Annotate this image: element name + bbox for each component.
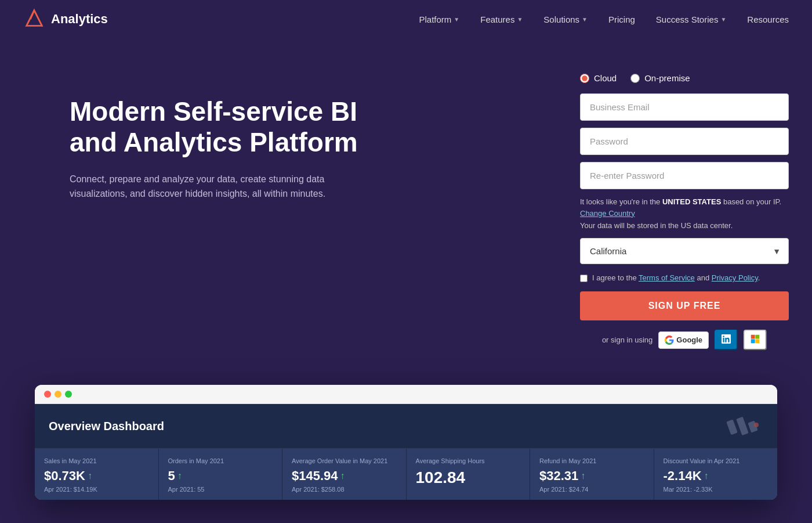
chevron-down-icon: ▼ — [720, 16, 726, 23]
svg-rect-4 — [751, 339, 755, 343]
terms-row: I agree to the Terms of Service and Priv… — [580, 273, 789, 282]
metric-discount: Discount Value in Apr 2021 -2.14K ↑ Mar … — [654, 449, 778, 500]
svg-rect-7 — [736, 417, 749, 435]
arrow-up-icon: ↑ — [340, 471, 345, 481]
metric-shipping-label: Average Shipping Hours — [416, 457, 521, 465]
metric-discount-value: -2.14K ↑ — [664, 468, 768, 484]
logo-text: Analytics — [51, 12, 108, 27]
terms-checkbox[interactable] — [580, 275, 588, 282]
metric-discount-sub: Mar 2021: -2.33K — [664, 486, 768, 493]
nav-solutions[interactable]: Solutions ▼ — [543, 15, 588, 24]
metric-sales: Sales in May 2021 $0.73K ↑ Apr 2021: $14… — [35, 449, 159, 500]
nav-resources[interactable]: Resources — [747, 15, 789, 24]
hero-title: Modern Self-service BI and Analytics Pla… — [70, 96, 383, 158]
hero-left: Modern Self-service BI and Analytics Pla… — [70, 73, 545, 201]
social-signin-row: or sign in using Google — [580, 330, 789, 350]
email-field[interactable] — [580, 93, 789, 121]
navigation: Analytics Platform ▼ Features ▼ Solution… — [0, 0, 812, 38]
reenter-password-field[interactable] — [580, 162, 789, 189]
metric-shipping-value: 102.84 — [416, 468, 521, 487]
nav-features[interactable]: Features ▼ — [480, 15, 523, 24]
google-signin-button[interactable]: Google — [658, 331, 709, 349]
metric-refund-sub: Apr 2021: $24.74 — [539, 486, 644, 493]
arrow-up-icon: ↑ — [704, 471, 709, 481]
microsoft-signin-button[interactable] — [744, 330, 767, 350]
hero-section: Modern Self-service BI and Analytics Pla… — [0, 38, 812, 373]
metric-sales-sub: Apr 2021: $14.19K — [44, 486, 149, 493]
chevron-down-icon: ▼ — [454, 16, 459, 23]
metric-refund-label: Refund in May 2021 — [539, 457, 644, 465]
onpremise-option[interactable]: On-premise — [630, 73, 690, 83]
state-select[interactable]: California New York Texas Florida Illino… — [580, 238, 789, 264]
metric-avg-order-label: Average Order Value in May 2021 — [292, 457, 397, 465]
browser-minimize-dot — [55, 391, 61, 398]
metric-orders-sub: Apr 2021: 55 — [168, 486, 273, 493]
browser-bar — [35, 385, 777, 404]
chevron-down-icon: ▼ — [582, 16, 588, 23]
dashboard-title: Overview Dashboard — [49, 420, 164, 433]
onpremise-radio[interactable] — [630, 74, 640, 83]
deployment-options: Cloud On-premise — [580, 73, 789, 83]
dashboard-inner: Overview Dashboard Sales in May 2021 $0.… — [35, 404, 777, 500]
arrow-up-icon: ↑ — [581, 471, 585, 481]
metrics-row: Sales in May 2021 $0.73K ↑ Apr 2021: $14… — [35, 449, 777, 500]
location-note: It looks like you're in the UNITED STATE… — [580, 196, 789, 219]
svg-line-1 — [30, 10, 34, 19]
nav-pricing[interactable]: Pricing — [608, 15, 635, 24]
google-icon — [665, 336, 674, 345]
metric-discount-label: Discount Value in Apr 2021 — [664, 457, 768, 465]
dashboard-logo-icon — [694, 414, 763, 438]
browser-maximize-dot — [65, 391, 72, 398]
dashboard-preview: Overview Dashboard Sales in May 2021 $0.… — [35, 385, 777, 500]
metric-shipping: Average Shipping Hours 102.84 — [407, 449, 531, 500]
metric-orders-value: 5 ↑ — [168, 468, 273, 484]
metric-orders: Orders in May 2021 5 ↑ Apr 2021: 55 — [159, 449, 283, 500]
arrow-up-icon: ↑ — [177, 471, 182, 481]
password-field[interactable] — [580, 128, 789, 155]
linkedin-icon — [722, 334, 731, 344]
metric-avg-order: Average Order Value in May 2021 $145.94 … — [282, 449, 407, 500]
metric-sales-value: $0.73K ↑ — [44, 468, 149, 484]
linkedin-signin-button[interactable] — [715, 330, 738, 350]
metric-refund-value: $32.31 ↑ — [539, 468, 644, 484]
datacenter-note: Your data will be stored in the US data … — [580, 221, 789, 230]
svg-marker-0 — [27, 10, 42, 26]
metric-refund: Refund in May 2021 $32.31 ↑ Apr 2021: $2… — [530, 449, 654, 500]
dashboard-header: Overview Dashboard — [35, 404, 777, 449]
svg-rect-3 — [755, 335, 759, 339]
terms-link[interactable]: Terms of Service — [639, 273, 695, 282]
metric-avg-order-sub: Apr 2021: $258.08 — [292, 486, 397, 493]
metric-avg-order-value: $145.94 ↑ — [292, 468, 397, 484]
metric-sales-label: Sales in May 2021 — [44, 457, 149, 465]
logo[interactable]: Analytics — [23, 8, 108, 30]
microsoft-icon — [751, 334, 760, 344]
state-selector[interactable]: California New York Texas Florida Illino… — [580, 238, 789, 264]
browser-close-dot — [44, 391, 51, 398]
svg-rect-6 — [726, 420, 737, 435]
hero-subtitle: Connect, prepare and analyze your data, … — [70, 172, 360, 201]
signup-button[interactable]: SIGN UP FREE — [580, 291, 789, 320]
change-country-link[interactable]: Change Country — [580, 209, 635, 218]
svg-rect-5 — [755, 339, 759, 343]
nav-success-stories[interactable]: Success Stories ▼ — [656, 15, 726, 24]
arrow-up-icon: ↑ — [88, 471, 92, 481]
signup-card: Cloud On-premise It looks like you're in… — [580, 73, 789, 350]
privacy-link[interactable]: Privacy Policy — [712, 273, 758, 282]
metric-orders-label: Orders in May 2021 — [168, 457, 273, 465]
cloud-option[interactable]: Cloud — [580, 73, 617, 83]
nav-platform[interactable]: Platform ▼ — [419, 15, 459, 24]
cloud-radio[interactable] — [580, 74, 589, 83]
nav-links: Platform ▼ Features ▼ Solutions ▼ Pricin… — [419, 15, 789, 24]
svg-point-9 — [754, 423, 759, 427]
chevron-down-icon: ▼ — [517, 16, 523, 23]
svg-rect-2 — [751, 335, 755, 339]
